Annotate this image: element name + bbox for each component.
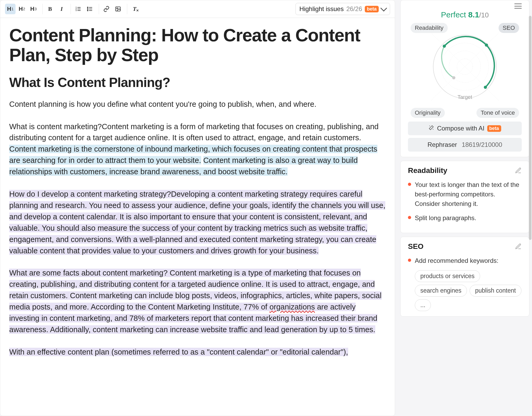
keyword-pill[interactable]: products or services [415,270,480,282]
keyword-list: products or services search engines publ… [408,270,522,311]
compose-ai-label: Compose with AI [437,125,484,132]
highlight-purple: How do I develop a content marketing str… [9,190,385,255]
ordered-list-button[interactable]: 123 [73,4,83,14]
highlight-count: 26/26 [346,5,362,13]
wand-icon [428,125,434,132]
h2-button[interactable]: H2 [17,4,27,14]
unordered-list-button[interactable] [85,4,95,14]
svg-point-9 [87,7,88,8]
svg-point-13 [117,8,118,9]
radar-target-label: Target [457,94,472,100]
rephraser-button[interactable]: Rephraser 18619/210000 [408,138,522,152]
highlight-issues-toggle[interactable]: Highlight issues 26/26 beta [295,3,390,15]
format-group: B I [45,4,71,14]
editor-body[interactable]: Content Planning: How to Create a Conten… [0,18,395,365]
editor-pane: H1 H2 H3 B I 123 T✕ [0,0,395,416]
paragraph-4[interactable]: What are some facts about content market… [9,267,386,335]
scrollbar[interactable] [529,16,531,240]
paragraph-3[interactable]: How do I develop a content marketing str… [9,188,386,256]
radar-tag-seo[interactable]: SEO [499,23,519,33]
radar-tag-tone[interactable]: Tone of voice [476,108,519,118]
seo-title: SEO [408,242,522,251]
paragraph-1[interactable]: Content planning is how you define what … [9,99,386,110]
edit-icon[interactable] [515,167,522,174]
keyword-pill[interactable]: search engines [415,285,467,297]
paragraph-2[interactable]: What is content marketing?Content market… [9,121,386,178]
paragraph-5[interactable]: With an effective content plan (sometime… [9,346,386,358]
issue-item[interactable]: Your text is longer than the text of the… [408,180,522,209]
compose-ai-button[interactable]: Compose with AI beta [408,122,522,135]
highlight-label: Highlight issues [299,5,344,13]
beta-badge: beta [365,6,379,12]
bullet-icon [408,259,411,262]
highlight-purple: With an effective content plan (sometime… [9,348,348,356]
readability-card: Readability Your text is longer than the… [400,161,529,233]
toolbar: H1 H2 H3 B I 123 T✕ [0,0,395,18]
keyword-more[interactable]: ... [415,299,431,311]
issue-item[interactable]: Split long paragraphs. [408,213,522,223]
svg-point-21 [485,43,488,47]
heading-group: H1 H2 H3 [5,4,43,14]
bullet-icon [408,216,411,219]
svg-text:3: 3 [76,9,77,11]
readability-title: Readability [408,166,522,175]
beta-badge: beta [487,125,501,132]
menu-icon[interactable] [514,3,522,9]
radar-tag-readability[interactable]: Readability [411,23,448,33]
score-max: /10 [479,11,489,19]
document-title[interactable]: Content Planning: How to Create a Conten… [9,25,386,65]
sidebar: Perfect 8.1/10 Readability SEO Originali… [400,0,532,416]
rephraser-label: Rephraser [427,141,457,148]
clear-group: T✕ [129,4,144,14]
score-card: Perfect 8.1/10 Readability SEO Originali… [400,0,529,157]
rephraser-count: 18619/210000 [462,141,502,148]
svg-line-19 [431,32,499,101]
h1-button[interactable]: H1 [5,4,16,14]
radar-tag-originality[interactable]: Originality [411,108,445,118]
h3-button[interactable]: H3 [28,4,39,14]
radar-chart: Readability SEO Originality Tone of voic… [408,23,522,118]
image-button[interactable] [113,4,123,14]
radar-svg [431,32,499,101]
score-line: Perfect 8.1/10 [408,10,522,19]
svg-point-11 [87,10,88,11]
seo-issues: Add recommended keywords: [408,256,522,265]
readability-issues: Your text is longer than the text of the… [408,180,522,223]
keyword-pill[interactable]: publish content [470,285,521,297]
link-button[interactable] [101,4,112,14]
score-value: 8.1 [468,10,479,19]
spelling-error: organizations [269,303,315,311]
svg-point-10 [87,9,88,9]
chevron-down-icon [380,5,387,11]
score-label: Perfect [441,10,466,19]
italic-button[interactable]: I [56,4,67,14]
document-h2[interactable]: What Is Content Planning? [9,73,386,92]
list-group: 123 [73,4,99,14]
clear-format-button[interactable]: T✕ [129,4,140,14]
issue-item[interactable]: Add recommended keywords: [408,256,522,265]
svg-point-22 [484,86,487,89]
svg-point-23 [452,76,455,79]
bold-button[interactable]: B [45,4,55,14]
edit-icon[interactable] [515,243,522,250]
seo-card: SEO Add recommended keywords: products o… [400,237,529,317]
bullet-icon [408,183,411,186]
highlight-purple: What are some facts about content market… [9,269,382,334]
svg-point-20 [443,45,446,48]
insert-group [101,4,127,14]
